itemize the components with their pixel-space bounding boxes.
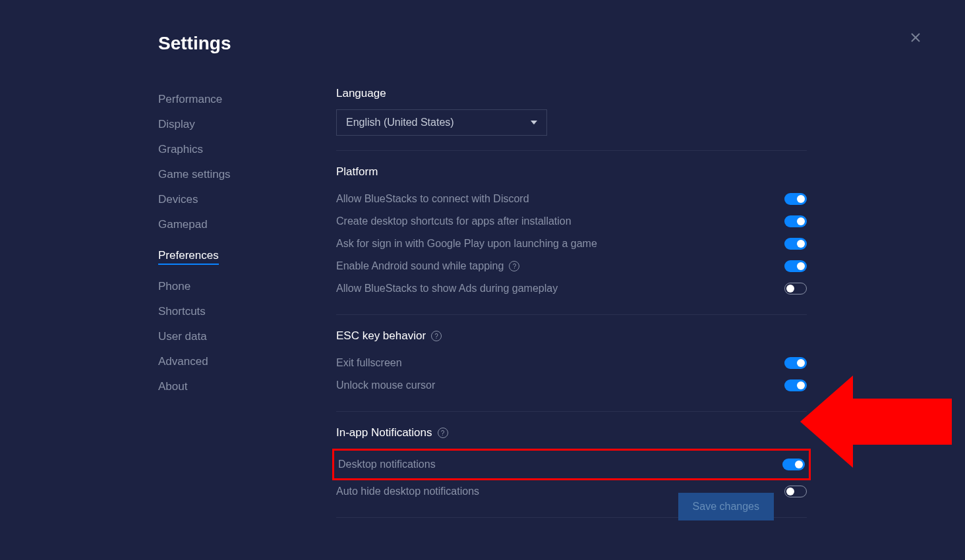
platform-enable-android-sound-while-tap-label: Enable Android sound while tapping? xyxy=(336,260,519,272)
notif-desktop-notifications-toggle[interactable] xyxy=(782,459,805,470)
divider xyxy=(336,150,807,151)
platform-ask-for-sign-in-with-google-pl-toggle[interactable] xyxy=(784,238,807,250)
sidebar-item-performance[interactable]: Performance xyxy=(158,87,333,112)
platform-enable-android-sound-while-tap-toggle[interactable] xyxy=(784,260,807,272)
platform-ask-for-sign-in-with-google-pl-label: Ask for sign in with Google Play upon la… xyxy=(336,238,597,250)
save-changes-button[interactable]: Save changes xyxy=(678,493,774,520)
esc-exit-fullscreen-label: Exit fullscreen xyxy=(336,357,402,369)
language-selected: English (United States) xyxy=(346,117,454,128)
esc-unlock-mouse-cursor-label: Unlock mouse cursor xyxy=(336,379,435,391)
sidebar-item-about[interactable]: About xyxy=(158,374,333,399)
sidebar-item-graphics[interactable]: Graphics xyxy=(158,137,333,162)
close-button[interactable] xyxy=(910,32,925,47)
divider xyxy=(336,314,807,315)
esc-exit-fullscreen-toggle[interactable] xyxy=(784,357,807,369)
help-icon[interactable]: ? xyxy=(431,331,442,341)
sidebar-item-devices[interactable]: Devices xyxy=(158,187,333,212)
platform-enable-android-sound-while-tap-row: Enable Android sound while tapping? xyxy=(336,255,807,277)
page-title: Settings xyxy=(158,33,231,54)
sidebar-item-shortcuts[interactable]: Shortcuts xyxy=(158,299,333,324)
divider xyxy=(336,411,807,412)
help-icon[interactable]: ? xyxy=(438,428,448,438)
esc-unlock-mouse-cursor-row: Unlock mouse cursor xyxy=(336,374,807,397)
platform-create-desktop-shortcuts-for-a-label: Create desktop shortcuts for apps after … xyxy=(336,215,571,227)
sidebar-item-advanced[interactable]: Advanced xyxy=(158,349,333,374)
platform-allow-bluestacks-to-show-ads-d-toggle[interactable] xyxy=(784,283,807,294)
notif-desktop-notifications-label: Desktop notifications xyxy=(338,459,436,470)
esc-exit-fullscreen-row: Exit fullscreen xyxy=(336,352,807,374)
sidebar-item-game-settings[interactable]: Game settings xyxy=(158,162,333,187)
platform-allow-bluestacks-to-connect-wi-toggle[interactable] xyxy=(784,193,807,205)
language-dropdown[interactable]: English (United States) xyxy=(336,109,547,136)
main-content: Language English (United States) Platfor… xyxy=(333,87,807,560)
sidebar-item-gamepad[interactable]: Gamepad xyxy=(158,212,333,237)
sidebar-item-phone[interactable]: Phone xyxy=(158,274,333,299)
sidebar: PerformanceDisplayGraphicsGame settingsD… xyxy=(158,87,333,560)
platform-allow-bluestacks-to-connect-wi-row: Allow BlueStacks to connect with Discord xyxy=(336,188,807,210)
section-language-title: Language xyxy=(336,87,807,100)
section-esc-title: ESC key behavior ? xyxy=(336,329,807,343)
sidebar-item-preferences[interactable]: Preferences xyxy=(158,243,219,265)
section-platform-title: Platform xyxy=(336,165,807,179)
help-icon[interactable]: ? xyxy=(509,261,519,271)
platform-allow-bluestacks-to-show-ads-d-row: Allow BlueStacks to show Ads during game… xyxy=(336,277,807,300)
close-icon xyxy=(910,32,921,43)
notif-desktop-notifications-row: Desktop notifications xyxy=(338,453,805,476)
section-esc-label: ESC key behavior xyxy=(336,329,426,343)
chevron-down-icon xyxy=(531,121,537,125)
section-notifications-label: In-app Notifications xyxy=(336,426,432,439)
platform-create-desktop-shortcuts-for-a-toggle[interactable] xyxy=(784,215,807,227)
platform-create-desktop-shortcuts-for-a-row: Create desktop shortcuts for apps after … xyxy=(336,210,807,233)
platform-allow-bluestacks-to-show-ads-d-label: Allow BlueStacks to show Ads during game… xyxy=(336,283,558,294)
sidebar-item-user-data[interactable]: User data xyxy=(158,324,333,349)
notif-auto-hide-desktop-notifications-toggle[interactable] xyxy=(784,486,807,497)
section-notifications-title: In-app Notifications ? xyxy=(336,426,807,439)
notif-auto-hide-desktop-notifications-label: Auto hide desktop notifications xyxy=(336,486,479,497)
platform-ask-for-sign-in-with-google-pl-row: Ask for sign in with Google Play upon la… xyxy=(336,233,807,255)
esc-unlock-mouse-cursor-toggle[interactable] xyxy=(784,379,807,391)
platform-allow-bluestacks-to-connect-wi-label: Allow BlueStacks to connect with Discord xyxy=(336,193,529,205)
sidebar-item-display[interactable]: Display xyxy=(158,112,333,137)
annotation-highlight: Desktop notifications xyxy=(332,449,811,480)
